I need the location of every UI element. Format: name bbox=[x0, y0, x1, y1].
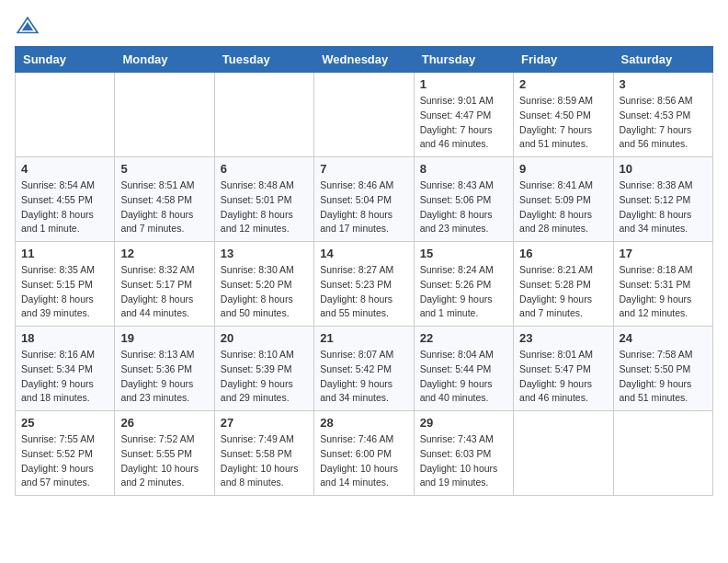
day-number: 21 bbox=[320, 331, 407, 345]
calendar-table: SundayMondayTuesdayWednesdayThursdayFrid… bbox=[15, 46, 713, 496]
weekday-header-wednesday: Wednesday bbox=[314, 47, 414, 73]
day-info: Sunrise: 7:58 AMSunset: 5:50 PMDaylight:… bbox=[620, 348, 707, 406]
calendar-cell bbox=[514, 411, 613, 496]
calendar-cell: 2Sunrise: 8:59 AMSunset: 4:50 PMDaylight… bbox=[514, 73, 613, 157]
day-info: Sunrise: 8:43 AMSunset: 5:06 PMDaylight:… bbox=[420, 178, 507, 236]
calendar-cell: 6Sunrise: 8:48 AMSunset: 5:01 PMDaylight… bbox=[214, 157, 313, 242]
day-info: Sunrise: 8:48 AMSunset: 5:01 PMDaylight:… bbox=[221, 178, 308, 236]
day-number: 10 bbox=[620, 162, 707, 176]
logo bbox=[15, 15, 44, 35]
day-number: 18 bbox=[21, 331, 108, 345]
calendar-week-row: 11Sunrise: 8:35 AMSunset: 5:15 PMDayligh… bbox=[16, 242, 713, 327]
logo-icon bbox=[15, 15, 40, 35]
day-info: Sunrise: 8:18 AMSunset: 5:31 PMDaylight:… bbox=[620, 263, 707, 321]
day-number: 3 bbox=[620, 77, 707, 91]
day-info: Sunrise: 7:46 AMSunset: 6:00 PMDaylight:… bbox=[320, 432, 407, 490]
calendar-cell: 18Sunrise: 8:16 AMSunset: 5:34 PMDayligh… bbox=[16, 327, 115, 411]
calendar-week-row: 4Sunrise: 8:54 AMSunset: 4:55 PMDaylight… bbox=[16, 157, 713, 242]
calendar-cell: 13Sunrise: 8:30 AMSunset: 5:20 PMDayligh… bbox=[214, 242, 313, 327]
calendar-cell: 23Sunrise: 8:01 AMSunset: 5:47 PMDayligh… bbox=[514, 327, 613, 411]
calendar-cell: 16Sunrise: 8:21 AMSunset: 5:28 PMDayligh… bbox=[514, 242, 613, 327]
day-number: 16 bbox=[519, 247, 607, 260]
day-info: Sunrise: 8:59 AMSunset: 4:50 PMDaylight:… bbox=[519, 94, 607, 152]
page-header bbox=[15, 15, 713, 35]
calendar-cell: 8Sunrise: 8:43 AMSunset: 5:06 PMDaylight… bbox=[414, 157, 513, 242]
day-number: 9 bbox=[519, 162, 607, 176]
calendar-cell bbox=[314, 73, 414, 157]
day-info: Sunrise: 7:43 AMSunset: 6:03 PMDaylight:… bbox=[420, 432, 507, 490]
day-info: Sunrise: 8:13 AMSunset: 5:36 PMDaylight:… bbox=[120, 348, 208, 406]
calendar-cell: 14Sunrise: 8:27 AMSunset: 5:23 PMDayligh… bbox=[314, 242, 414, 327]
calendar-cell: 19Sunrise: 8:13 AMSunset: 5:36 PMDayligh… bbox=[115, 327, 214, 411]
day-info: Sunrise: 8:38 AMSunset: 5:12 PMDaylight:… bbox=[620, 178, 707, 236]
day-number: 24 bbox=[620, 331, 707, 345]
calendar-cell bbox=[16, 73, 115, 157]
day-number: 8 bbox=[420, 162, 507, 176]
calendar-cell: 7Sunrise: 8:46 AMSunset: 5:04 PMDaylight… bbox=[314, 157, 414, 242]
calendar-cell: 21Sunrise: 8:07 AMSunset: 5:42 PMDayligh… bbox=[314, 327, 414, 411]
day-number: 15 bbox=[420, 247, 507, 260]
calendar-cell: 26Sunrise: 7:52 AMSunset: 5:55 PMDayligh… bbox=[115, 411, 214, 496]
calendar-cell: 1Sunrise: 9:01 AMSunset: 4:47 PMDaylight… bbox=[414, 73, 513, 157]
day-number: 20 bbox=[221, 331, 308, 345]
calendar-cell: 20Sunrise: 8:10 AMSunset: 5:39 PMDayligh… bbox=[214, 327, 313, 411]
day-number: 13 bbox=[221, 247, 308, 260]
day-info: Sunrise: 7:52 AMSunset: 5:55 PMDaylight:… bbox=[120, 432, 208, 490]
weekday-header-sunday: Sunday bbox=[16, 47, 115, 73]
weekday-header-tuesday: Tuesday bbox=[214, 47, 313, 73]
day-info: Sunrise: 8:01 AMSunset: 5:47 PMDaylight:… bbox=[519, 348, 607, 406]
calendar-cell: 10Sunrise: 8:38 AMSunset: 5:12 PMDayligh… bbox=[613, 157, 712, 242]
day-info: Sunrise: 8:46 AMSunset: 5:04 PMDaylight:… bbox=[320, 178, 407, 236]
calendar-cell: 22Sunrise: 8:04 AMSunset: 5:44 PMDayligh… bbox=[414, 327, 513, 411]
day-number: 27 bbox=[221, 416, 308, 430]
day-info: Sunrise: 8:41 AMSunset: 5:09 PMDaylight:… bbox=[519, 178, 607, 236]
day-number: 12 bbox=[120, 247, 208, 260]
weekday-header-saturday: Saturday bbox=[613, 47, 712, 73]
day-number: 29 bbox=[420, 416, 507, 430]
day-number: 28 bbox=[320, 416, 407, 430]
day-info: Sunrise: 8:10 AMSunset: 5:39 PMDaylight:… bbox=[221, 348, 308, 406]
day-info: Sunrise: 8:35 AMSunset: 5:15 PMDaylight:… bbox=[21, 263, 108, 321]
calendar-cell: 5Sunrise: 8:51 AMSunset: 4:58 PMDaylight… bbox=[115, 157, 214, 242]
calendar-cell: 27Sunrise: 7:49 AMSunset: 5:58 PMDayligh… bbox=[214, 411, 313, 496]
weekday-header-row: SundayMondayTuesdayWednesdayThursdayFrid… bbox=[16, 47, 713, 73]
weekday-header-monday: Monday bbox=[115, 47, 214, 73]
calendar-week-row: 18Sunrise: 8:16 AMSunset: 5:34 PMDayligh… bbox=[16, 327, 713, 411]
day-number: 2 bbox=[519, 77, 607, 91]
calendar-cell bbox=[115, 73, 214, 157]
calendar-cell: 11Sunrise: 8:35 AMSunset: 5:15 PMDayligh… bbox=[16, 242, 115, 327]
day-info: Sunrise: 7:49 AMSunset: 5:58 PMDaylight:… bbox=[221, 432, 308, 490]
calendar-week-row: 25Sunrise: 7:55 AMSunset: 5:52 PMDayligh… bbox=[16, 411, 713, 496]
calendar-cell: 15Sunrise: 8:24 AMSunset: 5:26 PMDayligh… bbox=[414, 242, 513, 327]
calendar-cell: 12Sunrise: 8:32 AMSunset: 5:17 PMDayligh… bbox=[115, 242, 214, 327]
weekday-header-thursday: Thursday bbox=[414, 47, 513, 73]
day-info: Sunrise: 8:51 AMSunset: 4:58 PMDaylight:… bbox=[120, 178, 208, 236]
calendar-cell bbox=[214, 73, 313, 157]
day-number: 4 bbox=[21, 162, 108, 176]
day-number: 1 bbox=[420, 77, 507, 91]
day-number: 11 bbox=[21, 247, 108, 260]
day-info: Sunrise: 8:16 AMSunset: 5:34 PMDaylight:… bbox=[21, 348, 108, 406]
day-info: Sunrise: 8:54 AMSunset: 4:55 PMDaylight:… bbox=[21, 178, 108, 236]
day-number: 17 bbox=[620, 247, 707, 260]
day-info: Sunrise: 8:56 AMSunset: 4:53 PMDaylight:… bbox=[620, 94, 707, 152]
day-number: 26 bbox=[120, 416, 208, 430]
calendar-cell: 9Sunrise: 8:41 AMSunset: 5:09 PMDaylight… bbox=[514, 157, 613, 242]
day-number: 5 bbox=[120, 162, 208, 176]
calendar-cell: 4Sunrise: 8:54 AMSunset: 4:55 PMDaylight… bbox=[16, 157, 115, 242]
day-number: 19 bbox=[120, 331, 208, 345]
weekday-header-friday: Friday bbox=[514, 47, 613, 73]
calendar-week-row: 1Sunrise: 9:01 AMSunset: 4:47 PMDaylight… bbox=[16, 73, 713, 157]
day-info: Sunrise: 8:30 AMSunset: 5:20 PMDaylight:… bbox=[221, 263, 308, 321]
day-number: 7 bbox=[320, 162, 407, 176]
calendar-cell: 24Sunrise: 7:58 AMSunset: 5:50 PMDayligh… bbox=[613, 327, 712, 411]
calendar-cell: 25Sunrise: 7:55 AMSunset: 5:52 PMDayligh… bbox=[16, 411, 115, 496]
day-info: Sunrise: 9:01 AMSunset: 4:47 PMDaylight:… bbox=[420, 94, 507, 152]
calendar-cell: 29Sunrise: 7:43 AMSunset: 6:03 PMDayligh… bbox=[414, 411, 513, 496]
day-number: 14 bbox=[320, 247, 407, 260]
calendar-cell bbox=[613, 411, 712, 496]
day-info: Sunrise: 8:21 AMSunset: 5:28 PMDaylight:… bbox=[519, 263, 607, 321]
calendar-cell: 3Sunrise: 8:56 AMSunset: 4:53 PMDaylight… bbox=[613, 73, 712, 157]
day-info: Sunrise: 8:07 AMSunset: 5:42 PMDaylight:… bbox=[320, 348, 407, 406]
day-info: Sunrise: 8:24 AMSunset: 5:26 PMDaylight:… bbox=[420, 263, 507, 321]
